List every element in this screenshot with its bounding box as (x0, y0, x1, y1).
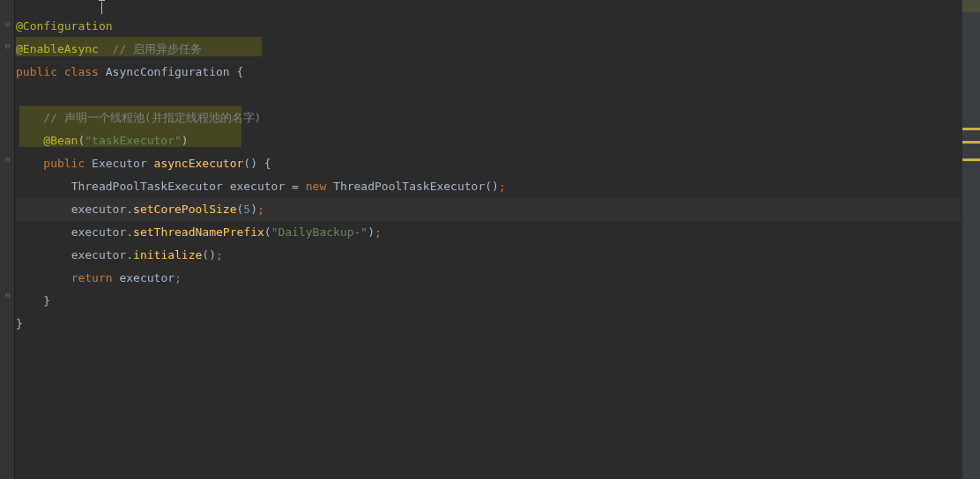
code-line[interactable] (16, 84, 961, 107)
type: Executor (92, 157, 147, 170)
code-line[interactable]: public class AsyncConfiguration { (16, 61, 961, 84)
scrollbar-track[interactable] (962, 0, 980, 479)
keyword: new (306, 180, 326, 193)
code-line[interactable]: // 声明一个线程池(并指定线程池的名字) (16, 107, 961, 129)
method: setCorePoolSize (133, 203, 236, 216)
code-line[interactable]: } (16, 313, 961, 335)
variable: executor. (71, 203, 133, 216)
code-line[interactable]: return executor; (16, 267, 961, 290)
comment: // 启用异步任务 (99, 42, 202, 55)
keyword: public (16, 65, 57, 78)
code-line[interactable]: } (16, 290, 961, 313)
variable: executor (113, 271, 174, 284)
string: "DailyBackup-" (271, 225, 368, 239)
code-line[interactable]: @Bean("taskExecutor") (16, 129, 961, 152)
string: "taskExecutor" (85, 134, 182, 147)
fold-marker-icon[interactable]: ⊟ (3, 291, 12, 300)
scrollbar-marker[interactable] (962, 0, 980, 12)
annotation: @EnableAsync (16, 42, 99, 55)
number: 5 (243, 203, 250, 216)
fold-marker-icon[interactable]: ⊟ (3, 19, 12, 29)
variable: executor. (71, 248, 133, 262)
code-line[interactable]: executor.setThreadNamePrefix("DailyBacku… (16, 221, 961, 244)
variable: executor. (71, 225, 133, 239)
constructor: ThreadPoolTaskExecutor (333, 180, 485, 193)
keyword: class (64, 65, 99, 78)
code-line[interactable]: @EnableAsync // 启用异步任务 (16, 38, 961, 61)
code-line[interactable]: executor.initialize(); (16, 244, 961, 267)
class-name: AsyncConfiguration (106, 65, 230, 78)
code-line[interactable]: executor.setCorePoolSize(5); (16, 198, 961, 221)
type: ThreadPoolTaskExecutor (71, 180, 223, 193)
method: setThreadNamePrefix (133, 225, 264, 239)
code-line[interactable]: @Configuration (16, 15, 961, 38)
annotation: @Bean (43, 134, 78, 147)
method: initialize (133, 248, 202, 262)
editor-gutter: ⊟ ⊟ ⊟ ⊟ (0, 0, 15, 479)
keyword: public (43, 157, 85, 170)
method: asyncExecutor (154, 157, 244, 170)
code-editor[interactable]: @Configuration @EnableAsync // 启用异步任务 pu… (16, 0, 961, 479)
variable: executor (230, 180, 286, 193)
code-line[interactable]: public Executor asyncExecutor() { (16, 152, 961, 175)
scrollbar-warning-marker[interactable] (962, 128, 980, 130)
annotation: @Configuration (16, 19, 113, 33)
fold-marker-icon[interactable]: ⊟ (3, 155, 12, 165)
comment: // 声明一个线程池(并指定线程池的名字) (43, 111, 261, 124)
scrollbar-warning-marker[interactable] (962, 158, 980, 161)
keyword: return (71, 271, 113, 284)
fold-marker-icon[interactable]: ⊟ (3, 41, 12, 51)
code-line[interactable]: ThreadPoolTaskExecutor executor = new Th… (16, 175, 961, 198)
scrollbar-warning-marker[interactable] (962, 141, 980, 144)
